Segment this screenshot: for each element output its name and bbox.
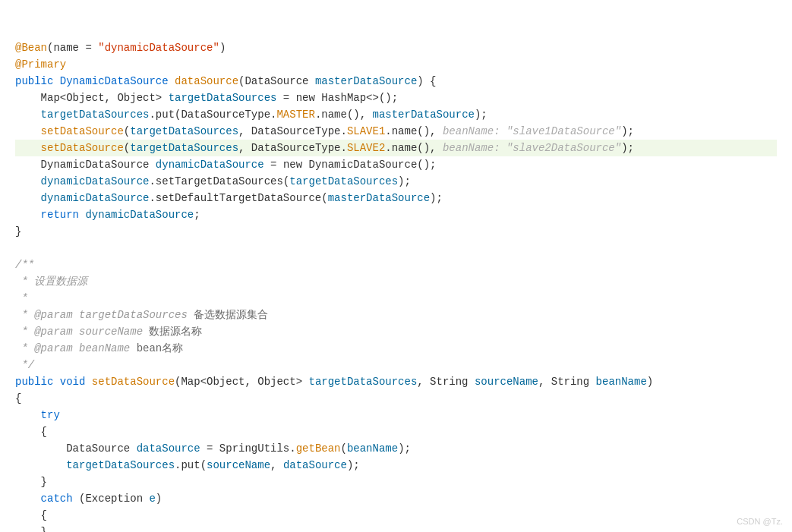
code-token: );	[621, 123, 634, 140]
code-line: return dynamicDataSource;	[15, 206, 777, 223]
code-line: }	[15, 474, 777, 490]
code-token: (name =	[47, 39, 98, 56]
code-token: MASTER	[276, 106, 314, 123]
code-token: .put(	[175, 457, 207, 474]
code-token: /**	[15, 257, 34, 273]
code-token: targetDataSources	[130, 123, 238, 140]
code-token: void	[60, 373, 92, 390]
code-token	[15, 173, 41, 190]
code-token: @Primary	[15, 56, 66, 73]
code-line: * @param beanName bean名称	[15, 340, 777, 357]
code-token: (	[341, 440, 347, 457]
code-token: getBean	[296, 440, 341, 457]
code-line: targetDataSources.put(sourceName, dataSo…	[15, 457, 777, 474]
code-token: SLAVE1	[347, 123, 385, 140]
code-token: SLAVE2	[347, 140, 385, 156]
code-token: "dynamicDataSource"	[98, 39, 219, 56]
code-token: {	[15, 423, 47, 440]
code-token: dataSource	[175, 73, 238, 90]
code-token: (DataSource	[238, 73, 315, 90]
code-token: , DataSourceType.	[238, 123, 347, 140]
code-token	[15, 106, 41, 123]
code-token: @param	[34, 307, 72, 323]
code-token: , DataSourceType.	[238, 140, 347, 156]
code-line: @Primary	[15, 56, 777, 73]
code-line: /**	[15, 257, 777, 273]
code-token: @Bean	[15, 39, 47, 56]
code-token: .name(),	[385, 123, 443, 140]
code-token: ) {	[417, 73, 436, 90]
code-token: )	[156, 490, 162, 507]
code-line: setDataSource(targetDataSources, DataSou…	[15, 123, 777, 140]
code-token: DynamicDataSource	[60, 73, 175, 90]
code-line: {	[15, 423, 777, 440]
code-token: );	[347, 457, 360, 474]
code-token: = new HashMap<>();	[276, 90, 398, 106]
code-token: }	[15, 474, 47, 490]
code-token: */	[15, 357, 34, 373]
code-token: Map<Object, Object>	[15, 90, 169, 106]
code-token	[15, 407, 41, 423]
code-line: */	[15, 357, 777, 373]
code-token: masterDataSource	[373, 106, 475, 123]
code-token: = new DynamicDataSource();	[264, 156, 437, 173]
code-token: dynamicDataSource	[156, 156, 264, 173]
code-token: sourceName	[475, 373, 538, 390]
code-token: {	[15, 390, 21, 407]
code-token: beanName	[596, 373, 647, 390]
code-token: *	[15, 290, 28, 307]
code-token: * 设置数据源	[15, 273, 87, 290]
code-line: * @param sourceName 数据源名称	[15, 323, 777, 340]
code-token: *	[15, 340, 34, 357]
code-token: DynamicDataSource	[15, 156, 156, 173]
code-token: catch	[41, 490, 73, 507]
code-container: @Bean(name = "dynamicDataSource")@Primar…	[0, 0, 792, 532]
code-token: );	[398, 173, 411, 190]
code-token: public	[15, 373, 60, 390]
code-line: try	[15, 407, 777, 423]
code-line: dynamicDataSource.setTargetDataSources(t…	[15, 173, 777, 190]
code-token	[15, 457, 66, 474]
code-token: sourceName	[73, 323, 143, 340]
code-line: }	[15, 223, 777, 240]
inline-hint: beanName: "slave2DataSource"	[443, 140, 621, 156]
inline-hint: beanName: "slave1DataSource"	[443, 123, 621, 140]
code-token: );	[621, 140, 634, 156]
code-token: }	[15, 223, 21, 240]
code-token: targetDataSources	[289, 173, 398, 190]
code-line: setDataSource(targetDataSources, DataSou…	[15, 140, 777, 156]
code-token	[15, 140, 41, 156]
code-token: );	[430, 190, 443, 206]
code-line: public DynamicDataSource dataSource(Data…	[15, 73, 777, 90]
code-token: @param	[34, 323, 72, 340]
code-token: (	[124, 123, 130, 140]
code-token: .put(DataSourceType.	[149, 106, 276, 123]
code-token: public	[15, 73, 60, 90]
code-token: 备选数据源集合	[188, 307, 268, 323]
code-token	[15, 190, 41, 206]
code-line: {	[15, 390, 777, 407]
code-line: DynamicDataSource dynamicDataSource = ne…	[15, 156, 777, 173]
code-token: beanName	[73, 340, 131, 357]
code-token: , String	[538, 373, 596, 390]
code-token: 数据源名称	[143, 323, 202, 340]
code-token: );	[475, 106, 488, 123]
code-token: setDataSource	[41, 140, 124, 156]
code-token	[15, 206, 41, 223]
code-area: @Bean(name = "dynamicDataSource")@Primar…	[0, 0, 792, 532]
code-line: * 设置数据源	[15, 273, 777, 290]
code-token: return	[41, 206, 86, 223]
code-token	[15, 490, 41, 507]
code-token: dataSource	[283, 457, 347, 474]
code-token: DataSource	[15, 440, 137, 457]
code-line: }	[15, 524, 777, 532]
code-token: setDataSource	[92, 373, 175, 390]
code-token: *	[15, 323, 34, 340]
code-token: (Map<Object, Object>	[175, 373, 308, 390]
code-token: targetDataSources	[130, 140, 238, 156]
code-token: dynamicDataSource	[41, 190, 150, 206]
code-token: targetDataSources	[169, 90, 277, 106]
code-token: (	[124, 140, 130, 156]
watermark: CSDN @Tz.	[737, 517, 783, 526]
code-token: )	[647, 373, 653, 390]
